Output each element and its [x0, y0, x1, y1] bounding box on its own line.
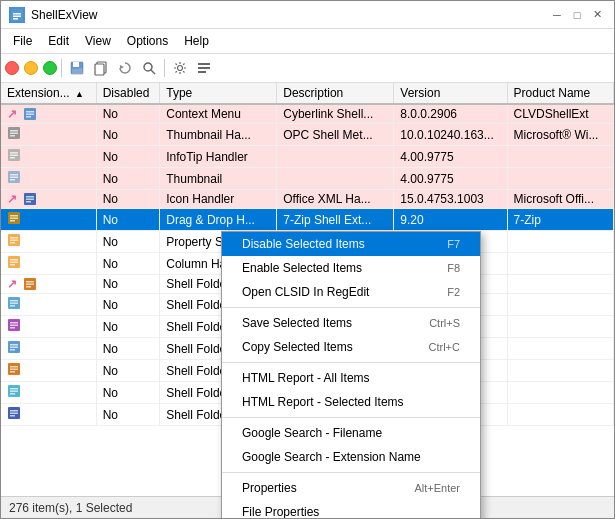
svg-rect-35 [26, 199, 34, 201]
svg-rect-28 [10, 157, 15, 159]
toolbar-extra[interactable] [193, 57, 215, 79]
svg-rect-42 [10, 237, 18, 239]
cell-disabled: No [96, 104, 160, 124]
menu-edit[interactable]: Edit [40, 31, 77, 51]
context-menu-item[interactable]: PropertiesAlt+Enter [222, 476, 480, 500]
ctx-item-label: HTML Report - All Items [242, 371, 370, 385]
cell-disabled: No [96, 382, 160, 404]
cell-product: Microsoft® Wi... [507, 124, 613, 146]
cell-desc: OPC Shell Met... [277, 124, 394, 146]
table-row[interactable]: ↗ No Icon Handler Office XML Ha... 15.0.… [1, 190, 614, 209]
toolbar-refresh[interactable] [114, 57, 136, 79]
toolbar-save[interactable] [66, 57, 88, 79]
menu-help[interactable]: Help [176, 31, 217, 51]
context-menu-item[interactable]: Google Search - Filename [222, 421, 480, 445]
cell-desc: Cyberlink Shell... [277, 104, 394, 124]
svg-rect-52 [26, 286, 31, 288]
svg-rect-75 [10, 413, 18, 415]
toolbar-separator-1 [61, 59, 62, 77]
cell-extension [1, 360, 96, 382]
context-menu-item[interactable]: HTML Report - Selected Items [222, 390, 480, 414]
minimize-button[interactable]: ─ [548, 6, 566, 24]
context-menu-separator [222, 472, 480, 473]
context-menu-item[interactable]: File Properties [222, 500, 480, 518]
svg-rect-54 [10, 300, 18, 302]
svg-rect-20 [26, 116, 31, 118]
toolbar-copy[interactable] [90, 57, 112, 79]
ctx-item-label: File Properties [242, 505, 319, 518]
menu-view[interactable]: View [77, 31, 119, 51]
svg-rect-3 [13, 18, 18, 20]
svg-rect-72 [10, 393, 15, 395]
cell-disabled: No [96, 253, 160, 275]
ctx-item-label: Enable Selected Items [242, 261, 362, 275]
context-menu-item[interactable]: HTML Report - All Items [222, 366, 480, 390]
cell-extension: ↗ [1, 190, 96, 209]
col-extension[interactable]: Extension... ▲ [1, 83, 96, 104]
svg-rect-26 [10, 152, 18, 154]
svg-rect-22 [10, 130, 18, 132]
cell-product [507, 253, 613, 275]
context-menu-item[interactable]: Enable Selected ItemsF8 [222, 256, 480, 280]
svg-rect-74 [10, 410, 18, 412]
cell-disabled: No [96, 316, 160, 338]
maximize-button[interactable]: □ [568, 6, 586, 24]
context-menu-item[interactable]: Save Selected ItemsCtrl+S [222, 311, 480, 335]
ctx-item-label: Google Search - Extension Name [242, 450, 421, 464]
table-row[interactable]: No Drag & Drop H... 7-Zip Shell Ext... 9… [1, 209, 614, 231]
table-row[interactable]: No InfoTip Handler 4.00.9775 [1, 146, 614, 168]
cell-extension [1, 253, 96, 275]
cell-version: 4.00.9775 [394, 168, 507, 190]
toolbar-separator-2 [164, 59, 165, 77]
title-bar-left: ShellExView [9, 7, 97, 23]
menu-options[interactable]: Options [119, 31, 176, 51]
col-description[interactable]: Description [277, 83, 394, 104]
svg-rect-5 [73, 62, 79, 67]
close-button[interactable]: ✕ [588, 6, 606, 24]
cell-product [507, 316, 613, 338]
cell-version: 4.00.9775 [394, 146, 507, 168]
title-bar: ShellExView ─ □ ✕ [1, 1, 614, 29]
svg-rect-63 [10, 347, 18, 349]
menu-file[interactable]: File [5, 31, 40, 51]
cell-product [507, 294, 613, 316]
svg-point-13 [178, 66, 183, 71]
table-row[interactable]: ↗ No Context Menu Cyberlink Shell... 8.0… [1, 104, 614, 124]
cell-product [507, 168, 613, 190]
context-menu: Disable Selected ItemsF7Enable Selected … [221, 231, 481, 518]
svg-rect-60 [10, 327, 15, 329]
table-row[interactable]: No Thumbnail 4.00.9775 [1, 168, 614, 190]
toolbar-settings[interactable] [169, 57, 191, 79]
context-menu-item[interactable]: Open CLSID In RegEditF2 [222, 280, 480, 304]
cell-product [507, 231, 613, 253]
cell-version: 10.0.10240.163... [394, 124, 507, 146]
ctx-item-shortcut: F8 [447, 262, 460, 274]
col-type[interactable]: Type [160, 83, 277, 104]
svg-marker-10 [120, 65, 124, 69]
context-menu-item[interactable]: Google Search - Extension Name [222, 445, 480, 469]
window-title: ShellExView [31, 8, 97, 22]
ctx-item-shortcut: F7 [447, 238, 460, 250]
col-version[interactable]: Version [394, 83, 507, 104]
svg-rect-19 [26, 114, 34, 116]
col-disabled[interactable]: Disabled [96, 83, 160, 104]
svg-rect-47 [10, 262, 18, 264]
cell-disabled: No [96, 338, 160, 360]
status-text: 276 item(s), 1 Selected [9, 501, 132, 515]
context-menu-item[interactable]: Disable Selected ItemsF7 [222, 232, 480, 256]
svg-rect-14 [198, 63, 210, 65]
ctx-item-label: Disable Selected Items [242, 237, 365, 251]
menu-bar: File Edit View Options Help [1, 29, 614, 54]
table-row[interactable]: No Thumbnail Ha... OPC Shell Met... 10.0… [1, 124, 614, 146]
svg-rect-66 [10, 366, 18, 368]
col-product[interactable]: Product Name [507, 83, 613, 104]
svg-rect-59 [10, 325, 18, 327]
red-circle [5, 61, 19, 75]
cell-desc [277, 168, 394, 190]
toolbar-search[interactable] [138, 57, 160, 79]
cell-type: Thumbnail [160, 168, 277, 190]
context-menu-item[interactable]: Copy Selected ItemsCtrl+C [222, 335, 480, 359]
main-window: ShellExView ─ □ ✕ File Edit View Options… [0, 0, 615, 519]
cell-product: CLVDShellExt [507, 104, 613, 124]
cell-disabled: No [96, 231, 160, 253]
